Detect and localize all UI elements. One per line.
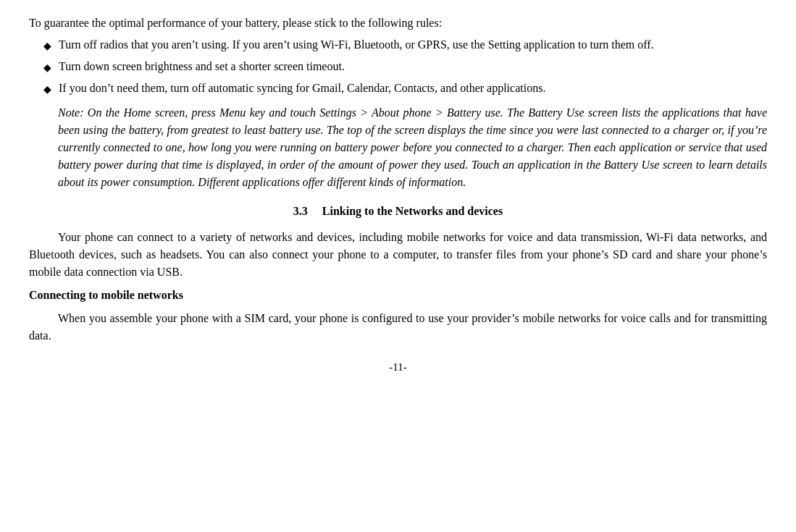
section-heading: 3.3Linking to the Networks and devices	[29, 203, 767, 220]
bullet-diamond-icon: ◆	[43, 82, 51, 97]
intro-text: To guarantee the optimal performance of …	[29, 14, 767, 32]
bullet-text-2: Turn down screen brightness and set a sh…	[59, 58, 767, 75]
bullet-list: ◆ Turn off radios that you aren’t using.…	[43, 36, 767, 97]
bullet-diamond-icon: ◆	[43, 60, 51, 75]
page-content: To guarantee the optimal performance of …	[29, 14, 767, 376]
section-title: Linking to the Networks and devices	[322, 205, 503, 217]
para2-text: When you assemble your phone with a SIM …	[29, 310, 767, 345]
list-item: ◆ If you don’t need them, turn off autom…	[43, 80, 767, 97]
page-number: -11-	[29, 359, 767, 376]
bullet-diamond-icon: ◆	[43, 38, 51, 54]
section-number: 3.3	[293, 205, 308, 217]
note-text: Note: On the Home screen, press Menu key…	[58, 104, 767, 191]
list-item: ◆ Turn off radios that you aren’t using.…	[43, 36, 767, 54]
bullet-text-3: If you don’t need them, turn off automat…	[59, 80, 767, 97]
list-item: ◆ Turn down screen brightness and set a …	[43, 58, 767, 75]
subsection-heading: Connecting to mobile networks	[29, 287, 767, 304]
bullet-text-1: Turn off radios that you aren’t using. I…	[59, 36, 767, 54]
para1-text: Your phone can connect to a variety of n…	[29, 229, 767, 281]
